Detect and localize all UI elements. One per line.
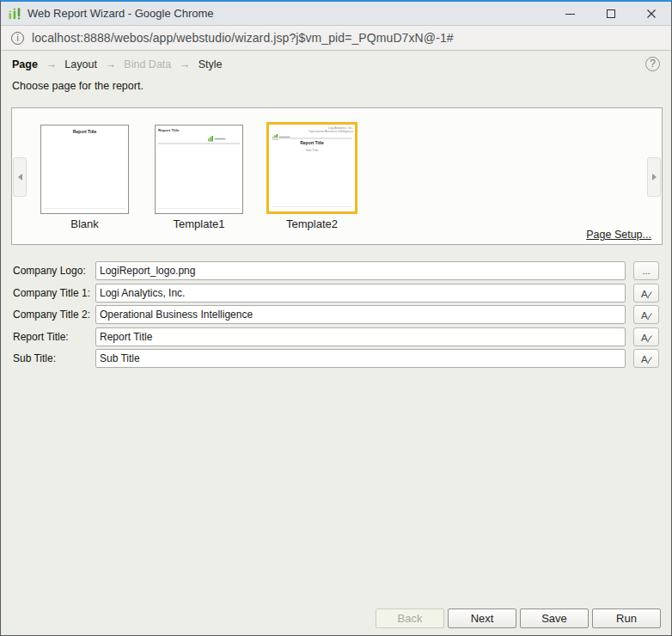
preview-footer-rule: [272, 206, 352, 207]
close-icon: [646, 9, 657, 19]
url-bar[interactable]: i localhost:8888/webos/app/webstudio/wiz…: [1, 26, 671, 51]
carousel-left-button[interactable]: [13, 157, 27, 197]
form-row-company-logo: Company Logo: ...: [1, 261, 671, 280]
font-edit-icon: A: [640, 331, 653, 343]
sub-title-input[interactable]: [95, 349, 626, 368]
maximize-icon: [607, 9, 615, 18]
sub-title-label: Sub Title:: [13, 349, 56, 368]
template-thumbnail-template2-selected[interactable]: Logi Analytics, Inc. Operational Busines…: [266, 122, 357, 214]
wizard-step-page[interactable]: Page: [12, 58, 38, 70]
sub-title-font-button[interactable]: A: [633, 349, 659, 368]
title-bar: Web Report Wizard - Google Chrome: [1, 2, 671, 26]
font-edit-icon: A: [640, 352, 653, 364]
breadcrumb: Page → Layout → Bind Data → Style: [12, 58, 223, 70]
window-controls: [550, 2, 671, 26]
svg-text:A: A: [641, 333, 648, 343]
wizard-step-style[interactable]: Style: [199, 58, 223, 70]
company-logo-input[interactable]: [95, 261, 626, 280]
close-button[interactable]: [631, 2, 671, 26]
carousel-right-icon: [652, 174, 657, 180]
template-thumbnail-blank[interactable]: Report Title: [40, 125, 129, 214]
company-title-1-input[interactable]: [95, 284, 626, 303]
company-title-1-font-button[interactable]: A: [633, 284, 659, 303]
preview-report-title: Report Title: [58, 130, 112, 135]
svg-text:A: A: [641, 354, 648, 364]
run-button[interactable]: Run: [592, 608, 661, 628]
company-title-2-font-button[interactable]: A: [633, 305, 659, 324]
form-row-report-title: Report Title: A: [1, 327, 671, 346]
form-row-company-title-1: Company Title 1: A: [1, 284, 671, 303]
svg-text:A: A: [641, 310, 648, 321]
minimize-icon: [565, 14, 575, 15]
save-button[interactable]: Save: [520, 608, 589, 628]
minimize-button[interactable]: [550, 2, 590, 26]
help-button[interactable]: ?: [645, 57, 660, 71]
preview-sub-title: Sub Title: [289, 149, 336, 152]
browse-logo-button[interactable]: ...: [633, 261, 659, 280]
preview-header-rule: [158, 143, 240, 144]
company-title-2-input[interactable]: [95, 305, 626, 324]
preview-report-title: Report Title: [285, 141, 339, 146]
preview-header-rule: [272, 138, 352, 139]
preview-footer-rule: [158, 208, 240, 209]
svg-text:A: A: [641, 289, 648, 299]
preview-company-titles: Logi Analytics, Inc. Operational Busines…: [309, 126, 353, 133]
report-title-font-button[interactable]: A: [633, 327, 659, 346]
template-label-template2[interactable]: Template2: [266, 217, 357, 230]
ellipsis-icon: ...: [642, 266, 650, 276]
help-icon: ?: [650, 58, 656, 70]
back-button[interactable]: Back: [376, 608, 444, 628]
report-title-label: Report Title:: [13, 327, 69, 346]
instruction-text: Choose page for the report.: [12, 80, 144, 92]
font-edit-icon: A: [640, 287, 653, 299]
info-icon[interactable]: i: [11, 32, 24, 45]
window-title: Web Report Wizard - Google Chrome: [27, 7, 214, 20]
company-title-2-label: Company Title 2:: [13, 305, 90, 324]
template-carousel: Report Title Blank Report Title Template…: [11, 107, 663, 245]
carousel-left-icon: [18, 174, 22, 180]
preview-report-title: Report Title: [158, 128, 179, 132]
url-text[interactable]: localhost:8888/webos/app/webstudio/wizar…: [32, 31, 454, 45]
maximize-button[interactable]: [590, 2, 631, 26]
next-button[interactable]: Next: [448, 608, 516, 628]
preview-footer-rule: [44, 208, 125, 209]
company-logo-label: Company Logo:: [13, 261, 86, 280]
wizard-step-layout[interactable]: Layout: [64, 58, 97, 70]
browser-window: Web Report Wizard - Google Chrome i loca…: [0, 0, 672, 636]
font-edit-icon: A: [640, 309, 653, 321]
form-row-sub-title: Sub Title: A: [1, 349, 671, 368]
carousel-right-button[interactable]: [647, 157, 661, 197]
template-thumbnail-template1[interactable]: Report Title: [155, 125, 243, 214]
arrow-separator: →: [105, 58, 116, 70]
arrow-separator: →: [180, 58, 191, 70]
company-title-1-label: Company Title 1:: [13, 284, 90, 303]
page-setup-link[interactable]: Page Setup...: [586, 229, 651, 241]
form-row-company-title-2: Company Title 2: A: [1, 305, 671, 324]
template-label-blank[interactable]: Blank: [40, 217, 129, 230]
info-icon-glyph: i: [16, 34, 18, 43]
arrow-separator: →: [46, 58, 57, 70]
template-label-template1[interactable]: Template1: [155, 217, 243, 230]
report-title-input[interactable]: [95, 327, 626, 346]
app-icon: [8, 7, 21, 21]
wizard-step-bind-data: Bind Data: [124, 58, 171, 70]
